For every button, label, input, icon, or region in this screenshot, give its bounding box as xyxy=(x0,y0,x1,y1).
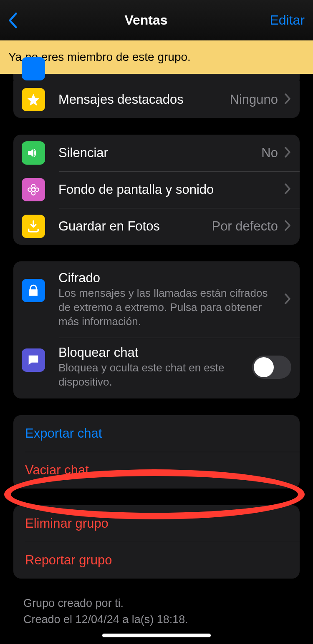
mute-value: No xyxy=(261,145,278,160)
save-photos-value: Por defecto xyxy=(212,219,278,234)
lock-chat-sub: Bloquea y oculta este chat en este dispo… xyxy=(58,361,252,389)
svg-point-0 xyxy=(32,188,35,192)
chevron-right-icon xyxy=(285,293,291,306)
save-photos-row[interactable]: Guardar en Fotos Por defecto xyxy=(13,208,300,245)
status-banner: Ya no eres miembro de este grupo. xyxy=(0,40,313,74)
lock-chat-label: Bloquear chat xyxy=(58,345,252,360)
export-chat-button[interactable]: Exportar chat xyxy=(13,415,300,452)
svg-point-3 xyxy=(28,188,32,192)
chat-lock-icon xyxy=(22,348,45,372)
lock-chat-toggle[interactable] xyxy=(252,356,291,379)
page-title: Ventas xyxy=(25,13,267,28)
chevron-right-icon xyxy=(285,183,291,196)
chevron-right-icon xyxy=(285,93,291,106)
save-photos-label: Guardar en Fotos xyxy=(58,219,212,234)
chevron-right-icon xyxy=(285,220,291,233)
lock-chat-row[interactable]: Bloquear chat Bloquea y oculta este chat… xyxy=(13,338,300,398)
media-icon xyxy=(22,57,45,80)
mute-row[interactable]: Silenciar No xyxy=(13,135,300,171)
starred-messages-row[interactable]: Mensajes destacados Ninguno xyxy=(13,81,300,118)
clear-chat-button[interactable]: Vaciar chat xyxy=(13,452,300,489)
wallpaper-row[interactable]: Fondo de pantalla y sonido xyxy=(13,171,300,208)
starred-value: Ninguno xyxy=(230,92,278,107)
lock-icon xyxy=(22,279,45,302)
encryption-label: Cifrado xyxy=(58,271,282,286)
encryption-row[interactable]: Cifrado Los mensajes y las llamadas está… xyxy=(13,261,300,338)
header: Ventas Editar xyxy=(0,0,313,40)
star-icon xyxy=(22,88,45,111)
edit-button[interactable]: Editar xyxy=(267,13,305,28)
back-button[interactable] xyxy=(8,13,25,28)
download-icon xyxy=(22,215,45,238)
report-group-button[interactable]: Reportar grupo xyxy=(13,542,300,579)
svg-point-4 xyxy=(35,188,39,192)
speaker-icon xyxy=(22,141,45,165)
home-indicator[interactable] xyxy=(102,634,211,637)
wallpaper-label: Fondo de pantalla y sonido xyxy=(58,182,282,197)
flower-icon xyxy=(22,178,45,201)
svg-point-2 xyxy=(32,191,35,195)
footer-note: Grupo creado por ti. Creado el 12/04/24 … xyxy=(0,595,313,628)
footer-line2: Creado el 12/04/24 a la(s) 18:18. xyxy=(23,611,290,628)
footer-line1: Grupo creado por ti. xyxy=(23,595,290,611)
starred-label: Mensajes destacados xyxy=(58,92,230,107)
svg-point-1 xyxy=(32,184,35,188)
mute-label: Silenciar xyxy=(58,145,261,160)
delete-group-button[interactable]: Eliminar grupo xyxy=(13,505,300,542)
chevron-right-icon xyxy=(285,147,291,159)
encryption-sub: Los mensajes y las llamadas están cifrad… xyxy=(58,286,282,328)
